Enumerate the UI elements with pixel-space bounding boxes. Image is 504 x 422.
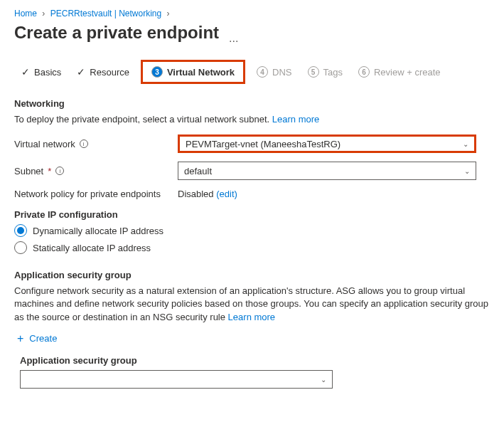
radio-dynamic-ip[interactable]: Dynamically allocate IP address [14,224,490,237]
asg-description: Configure network security as a natural … [14,285,490,324]
info-icon[interactable]: i [55,167,64,175]
tab-label: Tags [323,67,343,78]
section-heading-asg: Application security group [14,270,490,280]
policy-label: Network policy for private endpoints [14,189,178,199]
networking-description: To deploy the private endpoint, select a… [14,113,490,126]
create-label: Create [29,333,57,344]
tab-label: Basics [34,67,61,78]
step-number-badge: 3 [151,66,163,78]
more-actions-icon[interactable]: ··· [229,35,238,48]
tab-tags[interactable]: 5 Tags [304,63,347,80]
subnet-label: Subnet* i [14,166,178,176]
checkmark-icon: ✓ [77,66,85,78]
subnet-value: default [184,166,212,176]
chevron-down-icon: ⌄ [321,375,326,383]
breadcrumb-sep: › [167,9,170,19]
tab-label: Resource [90,67,129,78]
vnet-select[interactable]: PEVMTarget-vnet (ManeeshaTestRG) ⌄ [178,134,476,153]
breadcrumb: Home › PECRRtestvault | Networking › [14,9,490,19]
chevron-down-icon: ⌄ [463,140,468,148]
page-title: Create a private endpoint [14,23,219,43]
step-number-badge: 5 [308,66,319,78]
policy-edit-link[interactable]: (edit) [216,189,237,199]
radio-static-ip[interactable]: Statically allocate IP address [14,241,490,254]
tab-label: Virtual Network [167,67,235,78]
tab-virtual-network[interactable]: 3 Virtual Network [147,63,239,80]
info-icon[interactable]: i [80,139,88,148]
tab-vnet-highlight: 3 Virtual Network [141,60,245,84]
vnet-label: Virtual network i [14,139,178,149]
subnet-select[interactable]: default ⌄ [178,162,476,180]
create-asg-button[interactable]: + Create [14,332,490,345]
policy-value: Disabled (edit) [178,189,476,199]
learn-more-link[interactable]: Learn more [228,312,275,322]
breadcrumb-vault[interactable]: PECRRtestvault | Networking [50,9,162,19]
breadcrumb-home[interactable]: Home [14,9,37,19]
plus-icon: + [17,332,23,345]
radio-icon [14,224,27,237]
asg-select[interactable]: ⌄ [20,370,333,389]
radio-label: Statically allocate IP address [33,243,151,253]
vnet-value: PEVMTarget-vnet (ManeeshaTestRG) [186,139,341,149]
radio-icon [14,241,27,254]
breadcrumb-sep: › [42,9,45,19]
tab-label: DNS [272,67,291,78]
tab-basics[interactable]: ✓ Basics [17,63,65,80]
wizard-tabs: ✓ Basics ✓ Resource 3 Virtual Network 4 … [14,60,490,84]
asg-sub-label: Application security group [14,355,490,366]
step-number-badge: 6 [358,66,370,78]
tab-resource[interactable]: ✓ Resource [73,63,134,80]
tab-review-create[interactable]: 6 Review + create [354,63,445,80]
learn-more-link[interactable]: Learn more [272,114,319,125]
checkmark-icon: ✓ [21,66,30,78]
tab-label: Review + create [374,67,441,78]
section-heading-networking: Networking [14,98,490,109]
chevron-down-icon: ⌄ [464,167,470,175]
radio-label: Dynamically allocate IP address [33,226,163,236]
step-number-badge: 4 [257,66,268,78]
tab-dns[interactable]: 4 DNS [252,63,296,80]
section-heading-ipconfig: Private IP configuration [14,209,490,220]
